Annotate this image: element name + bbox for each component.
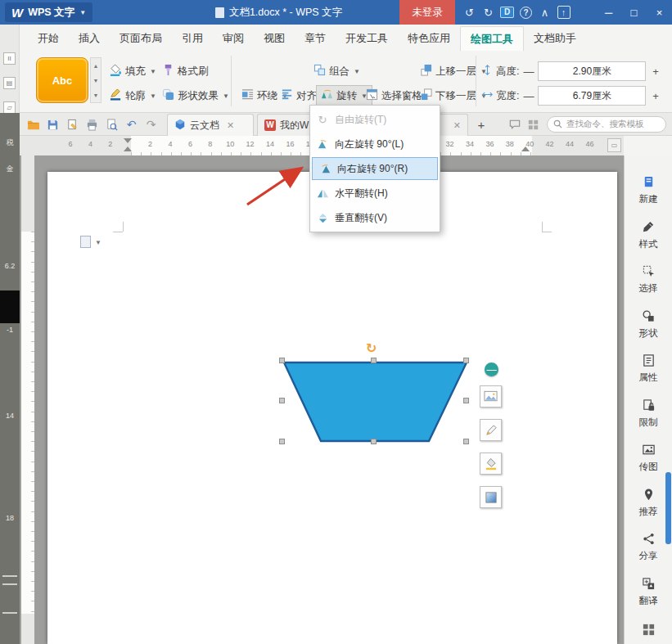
menu-tab-7[interactable]: 开发工具	[336, 26, 398, 51]
sidebar-item-4[interactable]: 属性	[625, 347, 672, 392]
width-decrease-button[interactable]: —	[522, 90, 534, 102]
new-tab-button[interactable]: +	[471, 113, 491, 136]
close-tab-icon[interactable]: ✕	[227, 120, 234, 131]
group-icon	[313, 64, 326, 79]
play-demo-icon[interactable]: D	[498, 0, 516, 25]
desktop-line	[2, 575, 17, 577]
undo-icon[interactable]: ↶	[123, 115, 140, 133]
right-indent-marker[interactable]	[521, 146, 530, 151]
shape-style-gallery[interactable]: Abc	[36, 57, 88, 103]
menu-tab-1[interactable]: 插入	[69, 26, 110, 51]
menu-tab-4[interactable]: 审阅	[213, 26, 254, 51]
object-anchor-icon[interactable]	[80, 236, 91, 248]
selection-handle[interactable]	[371, 439, 377, 444]
shape-effects-button[interactable]: 形状效果▼	[157, 85, 234, 106]
scrollbar-thumb[interactable]	[665, 472, 671, 544]
refresh-icon[interactable]: ↻	[479, 0, 498, 25]
sidebar-item-5[interactable]: 限制	[625, 392, 672, 437]
sidebar-item-2[interactable]: 选择	[625, 258, 672, 303]
ruler-switch-button[interactable]: ▭	[607, 138, 621, 152]
margin-corner-mark	[542, 232, 552, 232]
selection-handle[interactable]	[279, 398, 285, 403]
rotate-menu-item-3[interactable]: 水平翻转(H)	[310, 181, 440, 205]
group-button[interactable]: 组合▼	[309, 61, 365, 82]
rotate-handle[interactable]: ↻	[366, 342, 377, 355]
output-icon[interactable]	[64, 115, 81, 133]
trapezoid-shape[interactable]	[282, 361, 468, 444]
outline-style-button[interactable]	[480, 419, 502, 441]
selection-handle[interactable]	[463, 439, 469, 444]
message-icon[interactable]	[506, 115, 523, 133]
chevron-down-icon: ▼	[95, 239, 101, 246]
desktop-line	[2, 583, 17, 585]
save-icon[interactable]	[44, 115, 61, 133]
wps-menu-button[interactable]: W WPS 文字 ▼	[5, 2, 92, 22]
search-input[interactable]: 查找命令、搜索模板	[547, 116, 666, 133]
width-input[interactable]: 6.79厘米	[538, 86, 646, 106]
collapse-icon[interactable]: ∧	[535, 0, 554, 25]
shape-effect-button[interactable]	[480, 486, 502, 508]
height-decrease-button[interactable]: —	[522, 65, 534, 78]
send-backward-icon	[420, 88, 432, 103]
print-preview-icon[interactable]	[103, 115, 120, 133]
menu-tab-0[interactable]: 开始	[28, 26, 69, 51]
document-icon	[215, 7, 224, 18]
hanging-indent-marker[interactable]	[124, 146, 132, 151]
send-backward-button[interactable]: 下移一层▼	[415, 85, 492, 106]
menu-tab-8[interactable]: 特色应用	[398, 26, 460, 51]
sidebar-item-9[interactable]: 翻译	[625, 570, 672, 615]
wrap-icon	[241, 88, 254, 103]
login-button[interactable]: 未登录	[399, 0, 455, 25]
height-input[interactable]: 2.90厘米	[538, 61, 646, 81]
selection-handle[interactable]	[279, 358, 285, 363]
redo-icon[interactable]: ↷	[142, 115, 160, 133]
ruler-number: 32	[446, 140, 454, 148]
print-icon[interactable]	[83, 115, 101, 133]
sidebar-footer-button[interactable]	[625, 623, 672, 644]
height-increase-button[interactable]: +	[649, 65, 661, 78]
sidebar-item-0[interactable]: 新建	[625, 169, 672, 214]
desktop-edge: 税金6.2-11418	[0, 113, 20, 644]
menu-tab-10[interactable]: 文档助手	[524, 26, 586, 51]
menu-tab-6[interactable]: 章节	[295, 26, 336, 51]
layout-options-button[interactable]	[480, 385, 502, 408]
fill-button[interactable]: 填充▼	[105, 61, 161, 82]
help-icon[interactable]: ?	[516, 0, 535, 25]
close-tab-icon[interactable]: ✕	[453, 120, 461, 131]
selection-handle[interactable]	[371, 358, 377, 363]
sidebar-item-1[interactable]: 样式	[625, 214, 672, 259]
sidebar-item-3[interactable]: 形状	[625, 303, 672, 348]
chevron-down-icon: ▼	[223, 92, 229, 100]
rotate-menu-item-4[interactable]: 垂直翻转(V)	[310, 205, 440, 230]
gallery-scroll[interactable]: ▲▼▼	[90, 57, 101, 103]
menu-tab-5[interactable]: 视图	[254, 26, 295, 51]
rotate-menu-item-1[interactable]: 向左旋转 90°(L)	[310, 132, 440, 156]
window-controls: ─□×	[596, 0, 672, 25]
rotate-menu-label: 自由旋转(T)	[335, 113, 386, 127]
title-bar: W WPS 文字 ▼ 文档1.docx * - WPS 文字 未登录 ↺↻D?∧…	[0, 0, 672, 25]
menu-tab-9[interactable]: 绘图工具	[460, 26, 524, 51]
hide-toolbar-button[interactable]: —	[485, 363, 498, 376]
apps-icon[interactable]	[525, 115, 542, 133]
desktop-line	[2, 612, 17, 614]
menu-tab-3[interactable]: 引用	[172, 26, 213, 51]
maximize-button[interactable]: □	[621, 0, 647, 25]
selection-handle[interactable]	[279, 439, 285, 444]
width-increase-button[interactable]: +	[649, 90, 661, 102]
outline-button[interactable]: 轮廓▼	[105, 85, 161, 106]
close-button[interactable]: ×	[647, 0, 672, 25]
doc-tab-cloud[interactable]: 云文档 ✕	[167, 114, 254, 136]
format-painter-button[interactable]: 格式刷	[157, 61, 214, 82]
bring-forward-button[interactable]: 上移一层▼	[415, 61, 492, 82]
menu-tab-2[interactable]: 页面布局	[110, 26, 172, 51]
first-line-indent-marker[interactable]	[124, 138, 132, 143]
selection-handle[interactable]	[463, 358, 469, 363]
fill-color-button[interactable]	[480, 453, 502, 475]
sync-icon[interactable]: ↺	[460, 0, 479, 25]
rotate-menu-item-2[interactable]: 向右旋转 90°(R)	[312, 157, 438, 180]
wps-w-icon: W	[264, 119, 276, 131]
minimize-button[interactable]: ─	[596, 0, 621, 25]
selection-handle[interactable]	[463, 398, 469, 403]
open-icon[interactable]	[25, 115, 42, 133]
upload-icon[interactable]: ↑	[554, 0, 573, 25]
